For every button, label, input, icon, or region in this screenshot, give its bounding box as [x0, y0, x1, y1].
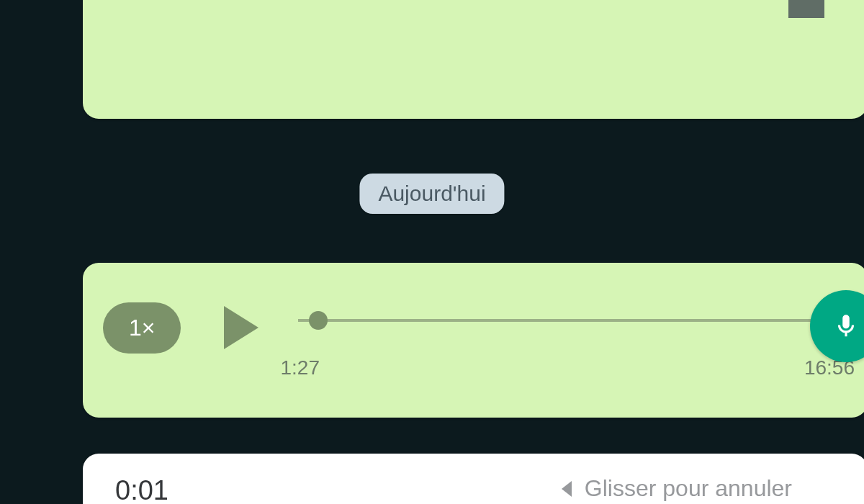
date-separator: Aujourd'hui: [359, 174, 504, 214]
chevron-left-icon: [562, 481, 572, 497]
date-label: Aujourd'hui: [378, 181, 485, 205]
play-button[interactable]: [224, 306, 258, 349]
speed-label: 1×: [129, 315, 155, 341]
partial-element: [788, 0, 824, 18]
voice-progress-area[interactable]: 1:27 16:56: [298, 263, 847, 418]
progress-thumb[interactable]: [309, 311, 328, 330]
slide-to-cancel[interactable]: Glisser pour annuler: [562, 475, 792, 502]
playback-speed-button[interactable]: 1×: [103, 302, 181, 354]
voice-message-bubble[interactable]: 1× 1:27 16:56: [83, 263, 864, 418]
recording-timer: 0:01: [115, 475, 168, 504]
message-bubble[interactable]: [83, 0, 864, 119]
chat-container: Aujourd'hui 1× 1:27 16:56 0:01 Glisser p…: [0, 0, 864, 504]
cancel-hint-label: Glisser pour annuler: [585, 475, 792, 502]
recording-input-bar[interactable]: 0:01 Glisser pour annuler: [83, 454, 864, 504]
progress-track[interactable]: [298, 319, 847, 322]
voice-duration: 1:27: [280, 356, 320, 379]
microphone-icon: [832, 307, 860, 345]
